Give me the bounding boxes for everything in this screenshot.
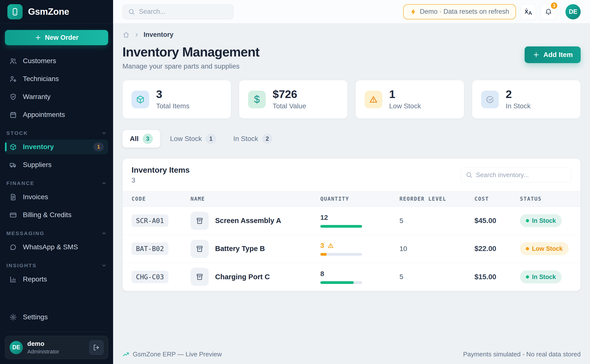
tab-count-badge: 2 [262, 134, 272, 144]
filter-tabs: All 3 Low Stock 1 In Stock 2 [122, 130, 581, 148]
sidebar-section-messaging[interactable]: MESSAGING [6, 230, 107, 236]
sidebar-header: GsmZone [0, 0, 113, 24]
tab-label: Low Stock [170, 135, 202, 143]
new-order-button[interactable]: New Order [5, 30, 108, 45]
stat-card-total-items: 3 Total Items [122, 80, 231, 119]
truck-icon [9, 161, 17, 169]
user-gear-icon [9, 75, 17, 83]
sidebar-item-technicians[interactable]: Technicians [5, 71, 108, 86]
breadcrumb-current[interactable]: Inventory [144, 31, 174, 39]
stat-value: 2 [506, 89, 531, 100]
page-content: Inventory Inventory Management Manage yo… [113, 24, 590, 364]
chevron-right-icon [134, 32, 140, 38]
stat-text: $726 Total Value [273, 89, 306, 110]
language-button[interactable]: ẋA [520, 4, 536, 20]
bar-chart-icon [9, 276, 17, 283]
notifications-count-badge: 3 [550, 2, 558, 10]
search-input[interactable] [139, 8, 228, 15]
tab-low-stock[interactable]: Low Stock 1 [163, 130, 223, 148]
user-name: demo [27, 340, 59, 348]
sidebar-item-invoices[interactable]: Invoices [5, 190, 108, 204]
inventory-count-badge: 1 [93, 142, 104, 151]
table-title-block: Inventory Items 3 [132, 166, 190, 184]
logout-button[interactable] [89, 340, 103, 355]
footer-brand: GsmZone ERP — Live Preview [122, 350, 222, 358]
inventory-search-input[interactable] [476, 171, 566, 179]
sidebar-item-label: Appointments [23, 111, 65, 119]
status-dot [526, 275, 529, 279]
quantity-cell: 8 [320, 270, 399, 284]
item-code: BAT-B02 [132, 242, 168, 255]
sidebar-item-warranty[interactable]: Warranty [5, 89, 108, 104]
stat-text: 3 Total Items [156, 89, 189, 110]
tab-count-badge: 3 [143, 134, 153, 144]
sidebar-divider [5, 332, 108, 332]
new-order-label: New Order [45, 34, 79, 42]
tab-in-stock[interactable]: In Stock 2 [226, 130, 280, 148]
tab-all[interactable]: All 3 [122, 130, 160, 148]
status-label: In Stock [532, 217, 556, 224]
status-cell: Low Stock [520, 242, 572, 255]
sidebar-item-appointments[interactable]: Appointments [5, 107, 108, 122]
quantity-bar-fill [320, 225, 362, 228]
home-icon[interactable] [122, 31, 130, 39]
table-row[interactable]: CHG-C03 Charging Port C 8 5 $15.00 In St… [123, 263, 580, 291]
sidebar-item-customers[interactable]: Customers [5, 54, 108, 68]
item-code-cell: SCR-A01 [132, 214, 191, 227]
credit-card-icon [9, 211, 17, 219]
chevron-down-icon [101, 263, 107, 268]
section-title: INSIGHTS [6, 263, 37, 268]
status-dot [526, 219, 529, 222]
stat-text: 1 Low Stock [389, 89, 421, 110]
item-name: Battery Type B [215, 245, 265, 253]
sidebar-section-insights[interactable]: INSIGHTS [6, 263, 107, 268]
user-card[interactable]: DE demo Administrator [5, 336, 108, 359]
item-name: Charging Port C [215, 273, 270, 281]
topbar: Demo · Data resets on refresh ẋA 3 DE [113, 0, 590, 24]
users-icon [9, 57, 17, 65]
breadcrumb: Inventory [122, 31, 581, 39]
sidebar-item-suppliers[interactable]: Suppliers [5, 157, 108, 172]
table-row[interactable]: SCR-A01 Screen Assembly A 12 5 $45.00 In… [123, 207, 580, 235]
table-row[interactable]: BAT-B02 Battery Type B 3 10 $22.00 [123, 235, 580, 263]
quantity-value: 8 [320, 270, 399, 278]
archive-box-icon [191, 240, 209, 258]
sidebar-section-stock[interactable]: STOCK [6, 130, 107, 136]
table-header-row: CODE NAME QUANTITY REORDER LEVEL COST ST… [123, 191, 580, 207]
cost-value: $22.00 [474, 245, 520, 253]
sidebar-item-settings[interactable]: Settings [5, 310, 108, 324]
shield-check-icon [9, 93, 17, 101]
stat-label: Low Stock [389, 102, 421, 110]
reorder-level: 10 [399, 245, 474, 253]
inventory-search[interactable] [460, 168, 572, 182]
sidebar-section-finance[interactable]: FINANCE [6, 180, 107, 186]
brand-name: GsmZone [28, 7, 69, 17]
add-item-button[interactable]: Add Item [525, 46, 581, 63]
tab-count-badge: 1 [206, 134, 216, 144]
sidebar-item-reports[interactable]: Reports [5, 272, 108, 287]
chevron-down-icon [101, 231, 107, 236]
notifications-button[interactable]: 3 [541, 4, 556, 20]
topbar-avatar[interactable]: DE [565, 4, 581, 19]
lightning-icon [410, 9, 416, 15]
item-name-cell: Charging Port C [191, 268, 320, 286]
gear-icon [9, 313, 17, 321]
cost-value: $15.00 [474, 273, 520, 281]
status-badge: In Stock [520, 270, 562, 283]
invoice-icon [9, 193, 17, 201]
sidebar-item-label: Technicians [23, 75, 59, 83]
reorder-level: 5 [399, 273, 474, 281]
global-search[interactable] [122, 4, 234, 19]
column-header-quantity: QUANTITY [320, 196, 399, 202]
plus-icon [532, 51, 540, 58]
sidebar-item-label: Reports [23, 275, 47, 283]
section-title: STOCK [6, 130, 28, 136]
sidebar-item-whatsapp-sms[interactable]: WhatsApp & SMS [5, 240, 108, 254]
calendar-icon [9, 111, 17, 119]
item-code-cell: CHG-C03 [132, 271, 191, 283]
sidebar-item-inventory[interactable]: Inventory 1 [5, 140, 108, 154]
sidebar-spacer [5, 290, 108, 310]
sidebar-item-label: Warranty [23, 93, 51, 101]
sidebar-item-billing[interactable]: Billing & Credits [5, 208, 108, 222]
page-title: Inventory Management [122, 44, 259, 59]
